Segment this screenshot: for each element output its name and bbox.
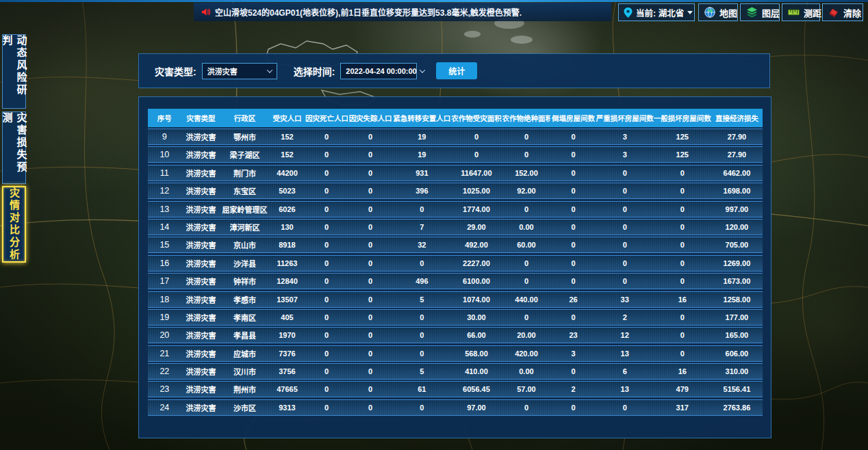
table-cell: 0 (550, 277, 596, 285)
table-row[interactable]: 19洪涝灾害孝南区40500030.000020177.00 (148, 309, 763, 326)
table-cell: 洪涝灾害 (181, 222, 221, 233)
time-select[interactable]: 2022-04-24 00:00:00 (340, 63, 417, 79)
chevron-down-icon (419, 67, 424, 72)
table-row[interactable]: 22洪涝灾害汉川市3756005410.000.000616310.00 (148, 363, 763, 380)
table-cell: 66.00 (450, 331, 502, 339)
table-cell: 0 (305, 223, 348, 231)
column-header: 农作物受灾面积 (450, 113, 502, 123)
table-cell: 洪涝灾害 (181, 384, 221, 395)
table-cell: 0 (393, 313, 450, 321)
table-cell: 0 (654, 331, 711, 339)
measure-distance-button[interactable]: 测距 (782, 3, 820, 21)
filter-panel: 灾害类型: 洪涝灾害 选择时间: 2022-04-24 00:00:00 统计 (138, 53, 770, 88)
table-row[interactable]: 16洪涝灾害沙洋县112630002227.0000001269.00 (148, 255, 763, 272)
sidebar-tab-loss-forecast[interactable]: 灾害损失预测 (2, 111, 26, 184)
table-cell: 317 (654, 403, 711, 412)
chevron-down-icon (266, 67, 272, 72)
table-cell: 0 (596, 187, 654, 195)
table-body: 9洪涝灾害鄂州市1520019000312527.9010洪涝灾害梁子湖区152… (148, 129, 763, 416)
table-cell: 26 (550, 295, 596, 304)
table-cell: 496 (393, 277, 450, 285)
statistics-button[interactable]: 统计 (436, 62, 477, 79)
table-cell: 5 (393, 367, 450, 375)
table-row[interactable]: 21洪涝灾害应城市7376000568.00420.003130606.00 (148, 345, 763, 362)
table-cell: 997.00 (711, 205, 763, 213)
table-cell: 6026 (269, 205, 305, 213)
table-row[interactable]: 23洪涝灾害荆州市4766500616056.4557.002134795156… (148, 381, 763, 397)
table-cell: 0 (596, 241, 654, 249)
layers-icon (746, 7, 758, 18)
table-row[interactable]: 10洪涝灾害梁子湖区1520019000312527.90 (148, 146, 763, 163)
table-cell: 0 (305, 385, 348, 393)
column-header: 行政区 (220, 113, 269, 123)
table-row[interactable]: 12洪涝灾害东宝区5023003961025.0092.000001698.00 (148, 183, 763, 199)
speaker-icon (201, 7, 211, 17)
table-cell: 洪涝灾害 (181, 294, 221, 305)
table-cell: 6100.00 (450, 277, 502, 285)
table-row[interactable]: 18洪涝灾害孝感市135070051074.00440.002633161258… (148, 291, 763, 308)
table-row[interactable]: 17洪涝灾害钟祥市12840004966100.0000001673.00 (148, 273, 763, 289)
table-cell: 0 (305, 241, 348, 249)
disaster-type-label: 灾害类型: (155, 64, 196, 78)
table-cell: 152 (269, 150, 305, 159)
table-row[interactable]: 14洪涝灾害漳河新区13000729.000.00000120.00 (148, 219, 763, 235)
table-row[interactable]: 24洪涝灾害沙市区931300097.000003172763.86 (148, 399, 763, 416)
table-cell: 2 (550, 385, 596, 393)
table-cell: 0 (348, 277, 393, 285)
table-cell: 16 (148, 259, 181, 268)
clear-button[interactable]: 清除 (822, 3, 863, 21)
table-cell: 0 (550, 169, 596, 177)
table-cell: 19 (393, 133, 450, 141)
table-row[interactable]: 20洪涝灾害孝昌县197000066.0020.0023120165.00 (148, 327, 763, 343)
table-row[interactable]: 9洪涝灾害鄂州市1520019000312527.90 (148, 129, 763, 145)
clear-button-label: 清除 (843, 6, 861, 19)
table-cell: 57.00 (502, 385, 551, 393)
table-row[interactable]: 13洪涝灾害屈家岭管理区60260001774.000000997.00 (148, 201, 763, 217)
column-header: 农作物绝种面积 (502, 113, 551, 123)
table-cell: 16 (654, 367, 711, 375)
table-cell: 0 (348, 205, 393, 213)
table-cell: 洪涝灾害 (181, 185, 221, 196)
table-cell: 荆门市 (220, 168, 269, 178)
layers-button[interactable]: 图层 (740, 3, 780, 21)
table-cell: 20.00 (502, 331, 551, 339)
table-cell: 177.00 (711, 313, 763, 321)
table-cell: 0 (305, 187, 348, 195)
table-cell: 0 (550, 133, 596, 141)
table-cell: 0 (348, 223, 393, 231)
table-cell: 洪涝灾害 (181, 239, 221, 250)
table-cell: 125 (654, 150, 711, 159)
table-cell: 梁子湖区 (220, 149, 269, 160)
table-cell: 492.00 (450, 241, 502, 249)
table-cell: 0 (305, 313, 348, 321)
disaster-type-select[interactable]: 洪涝灾害 (202, 63, 277, 79)
table-cell: 18 (148, 295, 181, 304)
table-cell: 0 (654, 223, 711, 231)
table-cell: 0 (305, 133, 348, 141)
table-cell: 22 (148, 367, 181, 376)
location-pin-icon (624, 8, 633, 18)
table-cell: 0 (654, 187, 711, 195)
table-cell: 0 (654, 277, 711, 285)
table-cell: 479 (654, 385, 711, 393)
table-cell: 130 (269, 223, 305, 231)
sidebar-tab-disaster-compare-active[interactable]: 灾情对比分析 (2, 186, 26, 263)
table-cell: 0 (348, 259, 393, 267)
region-selector[interactable]: 当前: 湖北省 (618, 3, 695, 21)
table-cell: 13 (596, 385, 654, 393)
column-header: 紧急转移安置人口 (393, 113, 450, 123)
table-row[interactable]: 11洪涝灾害荆门市442000093111647.00152.000006462… (148, 165, 763, 181)
table-cell: 0 (393, 259, 450, 267)
table-cell: 0.00 (502, 223, 551, 231)
region-selector-label: 当前: 湖北省 (636, 6, 684, 19)
table-cell: 0 (502, 403, 551, 412)
table-cell: 9 (148, 132, 181, 142)
table-row[interactable]: 15洪涝灾害京山市89180032492.0060.00000705.00 (148, 237, 763, 253)
table-cell: 洪涝灾害 (181, 149, 221, 160)
table-cell: 420.00 (502, 349, 551, 358)
sidebar-tab-dynamic-risk[interactable]: 动态风险研判 (2, 34, 26, 109)
map-button[interactable]: 地图 (698, 3, 738, 21)
table-cell: 孝南区 (220, 312, 269, 323)
table-cell: 410.00 (450, 367, 502, 375)
table-cell: 24 (148, 403, 181, 412)
